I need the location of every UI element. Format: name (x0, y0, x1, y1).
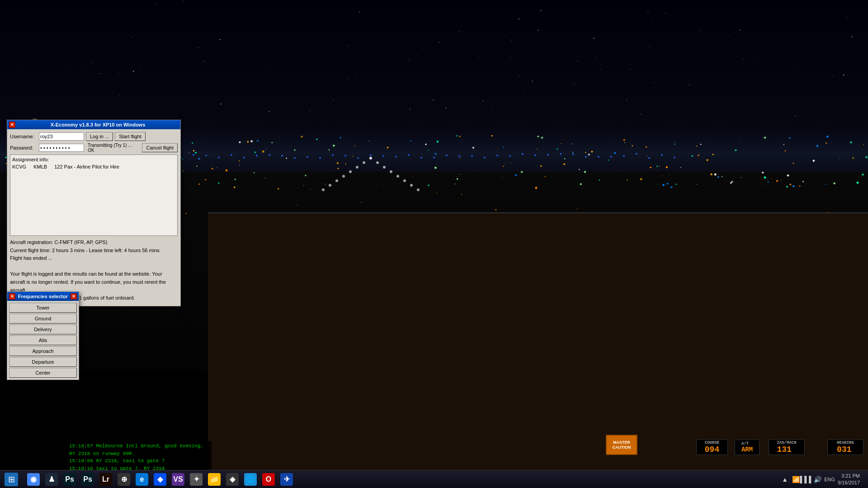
taskbar-apps: ◉♟PsPsLr⊕e◆VS✦📁◈🌐O✈ (23, 472, 776, 487)
taskbar-app-browser[interactable]: 🌐 (242, 472, 259, 487)
freq-btn-tower[interactable]: Tower (9, 303, 77, 313)
frequencies-window: ✕ Frequencies selector ✕ TowerGroundDeli… (7, 291, 79, 380)
start-flight-button[interactable]: Start flight (115, 132, 146, 141)
steam-icon: ♟ (45, 473, 58, 486)
freq-buttons-container: TowerGroundDeliveryAtisApproachDeparture… (7, 301, 79, 380)
start-button[interactable]: ⊞ (0, 470, 23, 488)
xplane-icon: ✈ (280, 473, 293, 486)
taskbar-app-chrome[interactable]: ◉ (25, 472, 42, 487)
freq-btn-delivery[interactable]: Delivery (9, 324, 77, 334)
username-label: Username: (10, 134, 37, 139)
lightroom-icon: Lr (99, 473, 112, 486)
wifi-icon[interactable]: 📶 (792, 475, 800, 483)
pax-info: 122 Pax - Airline Pilot for Hire (54, 164, 119, 169)
heading-display: HEADING 031 (827, 439, 863, 455)
log-message: Your flight is logged and the results ca… (10, 270, 178, 294)
photoshop-icon: Ps (63, 473, 76, 486)
freq-close-right-btn[interactable]: ✕ (71, 293, 77, 300)
assignment-header: Assignment info: (12, 157, 175, 162)
password-input[interactable] (39, 144, 84, 152)
atc-log: 15:18:57 Melbourne Intl Ground, good eve… (67, 441, 212, 474)
course-display: COURSE 094 (696, 439, 728, 455)
flight-time: Current flight time: 2 hours 3 mins - Le… (10, 247, 178, 255)
xeconomy-title: X-Economy v1.8.3 for XP10 on Windows (17, 122, 179, 127)
login-button[interactable]: Log in ... (86, 132, 113, 141)
app6-icon: ⊕ (118, 473, 130, 486)
clock-date: 9/16/2017 (838, 479, 860, 486)
xeconomy-titlebar[interactable]: ✕ X-Economy v1.8.3 for XP10 on Windows (7, 120, 180, 129)
taskbar-app-edge[interactable]: e (133, 472, 151, 487)
atc-log-line-1: 15:19:06 RY 2318, taxi to gate 7 (69, 457, 209, 465)
assignment-row: KCVG KMLB 122 Pax - Airline Pilot for Hi… (12, 164, 175, 169)
taskbar-app-app12[interactable]: ◈ (224, 472, 241, 487)
edge-icon: e (136, 473, 148, 486)
freq-title: Frequencies selector (15, 294, 71, 299)
freq-btn-center[interactable]: Center (9, 368, 77, 378)
flight-ended: Flight has ended ... (10, 254, 178, 263)
taskbar-app-opera[interactable]: O (260, 472, 277, 487)
username-input[interactable] (39, 132, 84, 141)
origin-code: KCVG (12, 164, 26, 169)
master-caution-display[interactable]: MASTER CAUTION (606, 435, 637, 455)
taskbar-app-app8[interactable]: ◆ (151, 472, 169, 487)
freq-btn-departure[interactable]: Departure (9, 357, 77, 367)
taskbar-app-photoshop-elements[interactable]: Ps (79, 472, 96, 487)
freq-titlebar[interactable]: ✕ Frequencies selector ✕ (7, 292, 79, 301)
atc-log-line-0: 15:18:57 Melbourne Intl Ground, good eve… (69, 442, 209, 457)
taskbar-app-lightroom[interactable]: Lr (97, 472, 114, 487)
xeconomy-content: Username: Log in ... Start flight Passwo… (7, 129, 180, 306)
username-row: Username: Log in ... Start flight (10, 132, 178, 141)
system-tray: ▲ 📶 ▌▌▌ 🔊 ENG 3:21 PM 9/16/2017 (776, 473, 868, 486)
xeconomy-window: ✕ X-Economy v1.8.3 for XP10 on Windows U… (7, 120, 181, 306)
freq-close-left-btn[interactable]: ✕ (9, 293, 15, 300)
language-indicator[interactable]: ENG (824, 477, 835, 482)
app8-icon: ◆ (154, 473, 166, 486)
transmitting-status: Transmitting (Try 1) ... OK (86, 143, 140, 153)
clock-time: 3:21 PM (838, 473, 860, 479)
photoshop-elements-icon: Ps (81, 473, 94, 486)
freq-btn-ground[interactable]: Ground (9, 314, 77, 324)
password-row: Password: Transmitting (Try 1) ... OK Ca… (10, 143, 178, 153)
visual-studio-icon: VS (172, 473, 184, 486)
cancel-flight-button[interactable]: Cancel flight (142, 143, 178, 152)
destination-code: KMLB (33, 164, 47, 169)
windows-logo-icon: ⊞ (5, 473, 18, 486)
taskbar-clock[interactable]: 3:21 PM 9/16/2017 (838, 473, 863, 486)
network-icon[interactable]: ▲ (781, 475, 789, 483)
taskbar-app-xplane[interactable]: ✈ (278, 472, 295, 487)
taskbar-app-steam[interactable]: ♟ (43, 472, 60, 487)
taskbar-app-photoshop[interactable]: Ps (61, 472, 78, 487)
app10-icon: ✦ (190, 473, 203, 486)
taskbar-app-explorer[interactable]: 📁 (206, 472, 223, 487)
browser-icon: 🌐 (244, 473, 257, 486)
taskbar-app-app6[interactable]: ⊕ (115, 472, 132, 487)
explorer-icon: 📁 (208, 473, 221, 486)
taskbar: ⊞ ◉♟PsPsLr⊕e◆VS✦📁◈🌐O✈ ▲ 📶 ▌▌▌ 🔊 ENG 3:21… (0, 470, 868, 488)
ias-mach-display: IAS/MACH 131 (769, 439, 805, 455)
app12-icon: ◈ (226, 473, 239, 486)
signal-icon[interactable]: ▌▌▌ (802, 475, 811, 483)
volume-icon[interactable]: 🔊 (813, 475, 821, 483)
freq-btn-atis[interactable]: Atis (9, 335, 77, 345)
freq-btn-approach[interactable]: Approach (9, 346, 77, 356)
cockpit-panel: MASTER CAUTION COURSE 094 A/T ARM IAS/MA… (208, 212, 868, 474)
xeconomy-close-btn[interactable]: ✕ (9, 122, 15, 128)
assignment-section: Assignment info: KCVG KMLB 122 Pax - Air… (10, 155, 178, 236)
taskbar-app-app10[interactable]: ✦ (188, 472, 205, 487)
taskbar-app-visual-studio[interactable]: VS (170, 472, 187, 487)
opera-icon: O (262, 473, 275, 486)
aircraft-reg: Aircraft registration: C-FMFT (IFR, AP, … (10, 239, 178, 247)
chrome-icon: ◉ (27, 473, 40, 486)
password-label: Password: (10, 145, 37, 150)
at-arm-display: A/T ARM (735, 439, 760, 455)
